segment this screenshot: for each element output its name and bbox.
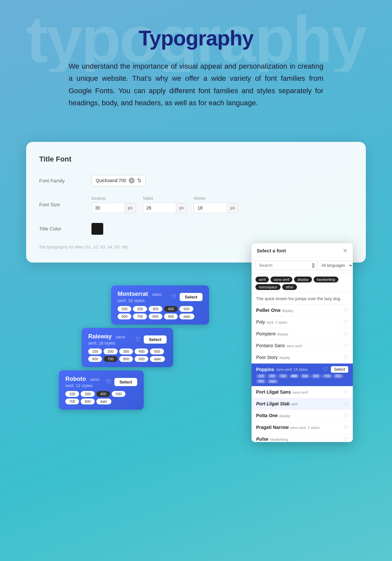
- heart-icon-montserrat[interactable]: ♡: [171, 293, 176, 300]
- montserrat-name-area: Montserrat sans-serif, 18 styles: [118, 291, 171, 303]
- size-group: Desktop px Tablet px Mobile px: [91, 196, 238, 213]
- color-swatch[interactable]: [91, 223, 103, 235]
- raleway-badge-600[interactable]: 600: [88, 356, 102, 362]
- roboto-badge-italic[interactable]: italic: [96, 399, 111, 404]
- roboto-actions: ♡ Select: [106, 378, 137, 386]
- desktop-label: Desktop: [91, 196, 136, 201]
- raleway-badge-200[interactable]: 200: [104, 348, 117, 354]
- tablet-size-column: Tablet px: [143, 196, 188, 213]
- mobile-px-unit: px: [227, 203, 238, 212]
- modal-title: Select a font: [257, 248, 286, 253]
- desktop-input-wrap: px: [91, 203, 136, 213]
- roboto-badges: 100 300 400 500 700 900 italic: [65, 391, 137, 404]
- heart-icon-pulse[interactable]: ♡: [344, 436, 348, 442]
- font-search-input[interactable]: [255, 261, 318, 270]
- raleway-name: Raleway: [88, 333, 112, 340]
- select-button-roboto[interactable]: Select: [114, 378, 137, 386]
- montserrat-badge-300[interactable]: 300: [149, 306, 162, 312]
- font-meta-pragati: sans-serif, 2 styles: [290, 426, 320, 430]
- roboto-badge-700[interactable]: 700: [65, 399, 79, 404]
- montserrat-badge-italic[interactable]: italic: [179, 314, 194, 319]
- tablet-px-unit: px: [176, 203, 187, 212]
- font-item-pragati-narrow[interactable]: Pragati Narrow sans-serif, 2 styles ♡: [252, 422, 353, 434]
- roboto-card-top: Roboto sans-serif, 12 styles ♡ Select: [65, 376, 137, 388]
- raleway-actions: ♡ Select: [135, 335, 167, 344]
- font-card-raleway: Raleway sans-serif, 18 styles ♡ Select 1…: [82, 328, 173, 367]
- montserrat-badge-400[interactable]: 400: [164, 306, 178, 312]
- font-size-row: Font Size Desktop px Tablet px Mobile: [39, 196, 353, 213]
- raleway-badge-700[interactable]: 700: [104, 356, 117, 362]
- select-button-montserrat[interactable]: Select: [180, 293, 203, 301]
- tablet-label: Tablet: [143, 196, 188, 201]
- roboto-badge-500[interactable]: 500: [112, 391, 125, 397]
- raleway-badge-800[interactable]: 800: [119, 356, 133, 362]
- mobile-size-column: Mobile px: [194, 196, 238, 213]
- font-item-potta-one[interactable]: Potta One display ♡: [252, 410, 353, 422]
- montserrat-card-top: Montserrat sans-serif, 18 styles ♡ Selec…: [118, 291, 203, 303]
- roboto-badge-300[interactable]: 300: [81, 391, 94, 397]
- select-button-raleway[interactable]: Select: [144, 335, 167, 344]
- heart-icon-raleway[interactable]: ♡: [135, 336, 140, 343]
- montserrat-name: Montserrat: [118, 291, 148, 297]
- raleway-badge-300[interactable]: 300: [119, 348, 133, 354]
- mobile-label: Mobile: [194, 196, 238, 201]
- font-meta-pulse: handwriting: [270, 437, 288, 441]
- font-search-row: ✕ All languages: [252, 257, 353, 274]
- font-family-clear-btn[interactable]: ✕: [129, 178, 135, 183]
- font-family-select[interactable]: Quicksand:700 ✕ ⇅: [91, 175, 146, 186]
- font-meta-potta-one: display: [279, 414, 290, 418]
- roboto-badge-400[interactable]: 400: [96, 391, 110, 397]
- mobile-input-wrap: px: [194, 203, 238, 213]
- tablet-input-wrap: px: [143, 203, 188, 213]
- mobile-size-input[interactable]: [194, 203, 227, 213]
- montserrat-badge-700[interactable]: 700: [133, 314, 147, 319]
- modal-header: Select a font ✕: [252, 243, 353, 257]
- title-color-label: Title Color: [39, 226, 91, 231]
- montserrat-badge-200[interactable]: 200: [133, 306, 147, 312]
- montserrat-badges: 100 200 300 400 500 600 700 800 900 ital…: [118, 306, 203, 319]
- desktop-size-column: Desktop px: [91, 196, 136, 213]
- desktop-size-input[interactable]: [92, 203, 124, 213]
- desktop-px-unit: px: [124, 203, 136, 212]
- raleway-card-top: Raleway sans-serif, 18 styles ♡ Select: [88, 333, 167, 346]
- font-item-pulse[interactable]: Pulse handwriting ♡: [252, 434, 353, 442]
- font-size-label: Font Size: [39, 202, 91, 207]
- title-font-panel: Title Font Font Family Quicksand:700 ✕ ⇅…: [26, 142, 366, 263]
- raleway-badge-400[interactable]: 400: [135, 348, 148, 354]
- font-family-value: Quicksand:700: [96, 178, 126, 183]
- heart-icon-roboto[interactable]: ♡: [106, 378, 111, 385]
- raleway-name-area: Raleway sans-serif, 18 styles: [88, 333, 135, 346]
- tablet-size-input[interactable]: [143, 203, 176, 213]
- montserrat-badge-900[interactable]: 900: [164, 314, 178, 319]
- montserrat-badge-800[interactable]: 800: [149, 314, 162, 319]
- font-family-arrows-icon[interactable]: ⇅: [137, 178, 141, 184]
- raleway-badge-900[interactable]: 900: [135, 356, 148, 362]
- title-color-row: Title Color: [39, 223, 353, 235]
- heart-icon-potta-one[interactable]: ♡: [344, 413, 348, 419]
- panel-title: Title Font: [39, 155, 353, 163]
- roboto-badge-900[interactable]: 900: [81, 399, 94, 404]
- roboto-badge-100[interactable]: 100: [65, 391, 79, 397]
- font-family-label: Font Family: [39, 178, 91, 183]
- hero-section: Typography We understand the importance …: [0, 0, 392, 129]
- raleway-badges: 100 200 300 400 500 600 700 800 900 ital…: [88, 348, 167, 362]
- raleway-badge-500[interactable]: 500: [150, 348, 164, 354]
- font-name-pragati: Pragati Narrow: [256, 425, 289, 430]
- font-family-row: Font Family Quicksand:700 ✕ ⇅: [39, 175, 353, 186]
- montserrat-badge-600[interactable]: 600: [118, 314, 131, 319]
- modal-close-icon[interactable]: ✕: [343, 248, 348, 254]
- roboto-name: Roboto: [65, 376, 86, 382]
- font-card-roboto: Roboto sans-serif, 12 styles ♡ Select 10…: [59, 370, 144, 410]
- montserrat-badge-500[interactable]: 500: [179, 306, 193, 312]
- roboto-name-area: Roboto sans-serif, 12 styles: [65, 376, 106, 388]
- search-clear-icon[interactable]: ✕: [312, 263, 315, 268]
- language-select[interactable]: All languages: [317, 261, 353, 270]
- heart-icon-pragati[interactable]: ♡: [344, 424, 348, 431]
- montserrat-badge-100[interactable]: 100: [118, 306, 131, 312]
- font-cards-area: Montserrat sans-serif, 18 styles ♡ Selec…: [26, 276, 366, 406]
- hero-description: We understand the importance of visual a…: [69, 60, 323, 109]
- raleway-badge-100[interactable]: 100: [88, 348, 102, 354]
- font-name-pulse: Pulse: [256, 436, 268, 442]
- page-title: Typography: [52, 26, 340, 50]
- raleway-badge-italic[interactable]: italic: [150, 356, 165, 362]
